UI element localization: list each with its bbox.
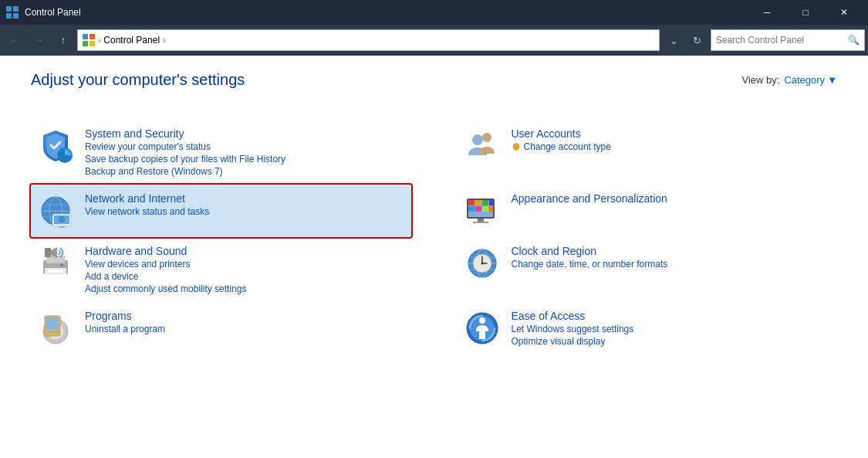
system-security-link-2[interactable]: Save backup copies of your files with Fi… bbox=[85, 154, 285, 165]
programs-text: Programs Uninstall a program bbox=[85, 310, 165, 334]
network-internet-text: Network and Internet View network status… bbox=[85, 192, 209, 217]
svg-rect-6 bbox=[83, 41, 88, 46]
system-security-icon bbox=[37, 127, 74, 165]
svg-rect-4 bbox=[83, 34, 88, 39]
system-security-title[interactable]: System and Security bbox=[85, 127, 285, 140]
svg-point-39 bbox=[60, 263, 63, 266]
hardware-sound-text: Hardware and Sound View devices and prin… bbox=[85, 245, 246, 294]
category-system-security[interactable]: System and Security Review your computer… bbox=[31, 120, 411, 185]
svg-rect-31 bbox=[489, 206, 493, 212]
svg-rect-30 bbox=[482, 206, 488, 212]
app-icon bbox=[6, 6, 19, 19]
svg-rect-29 bbox=[475, 206, 481, 212]
network-internet-link-1[interactable]: View network status and tasks bbox=[85, 206, 209, 217]
user-accounts-icon bbox=[464, 127, 501, 165]
svg-rect-3 bbox=[13, 13, 19, 19]
svg-rect-32 bbox=[468, 212, 493, 217]
forward-button[interactable]: → bbox=[28, 29, 49, 51]
svg-point-9 bbox=[472, 134, 483, 145]
search-input[interactable] bbox=[716, 35, 845, 46]
address-right: ⌄ ↻ bbox=[663, 29, 708, 51]
address-bar: ← → ↑ › Control Panel › ⌄ ↻ 🔍 bbox=[0, 25, 868, 56]
content-header: Adjust your computer's settings View by:… bbox=[31, 71, 837, 104]
svg-rect-5 bbox=[90, 34, 95, 39]
path-label: Control Panel bbox=[103, 35, 160, 46]
clock-region-title[interactable]: Clock and Region bbox=[512, 245, 668, 257]
hardware-sound-link-1[interactable]: View devices and printers bbox=[85, 259, 246, 270]
user-accounts-title[interactable]: User Accounts bbox=[512, 127, 611, 140]
programs-title[interactable]: Programs bbox=[85, 310, 165, 322]
categories-grid: System and Security Review your computer… bbox=[31, 120, 837, 355]
view-by-chevron: ▼ bbox=[827, 74, 837, 86]
cp-path-icon bbox=[83, 34, 95, 46]
account-shield-icon bbox=[512, 142, 521, 151]
category-clock-region[interactable]: Clock and Region Change date, time, or n… bbox=[458, 237, 838, 302]
path-separator-2: › bbox=[163, 36, 165, 45]
svg-rect-56 bbox=[46, 317, 59, 330]
category-hardware-sound[interactable]: Hardware and Sound View devices and prin… bbox=[31, 237, 411, 302]
view-by-dropdown[interactable]: Category ▼ bbox=[784, 74, 837, 86]
back-button[interactable]: ← bbox=[3, 29, 25, 51]
network-internet-icon bbox=[37, 192, 74, 229]
svg-rect-27 bbox=[489, 200, 493, 205]
ease-of-access-text: Ease of Access Let Windows suggest setti… bbox=[512, 310, 634, 347]
svg-rect-2 bbox=[6, 13, 12, 19]
search-icon: 🔍 bbox=[848, 35, 860, 46]
svg-rect-26 bbox=[482, 200, 488, 205]
system-security-link-1[interactable]: Review your computer's status bbox=[85, 141, 285, 152]
address-path[interactable]: › Control Panel › bbox=[77, 29, 660, 51]
ease-of-access-link-1[interactable]: Let Windows suggest settings bbox=[512, 324, 634, 334]
hardware-sound-icon bbox=[37, 245, 74, 282]
page-title: Adjust your computer's settings bbox=[31, 71, 245, 89]
programs-link-1[interactable]: Uninstall a program bbox=[85, 324, 165, 334]
system-security-text: System and Security Review your computer… bbox=[85, 127, 285, 177]
svg-rect-18 bbox=[59, 226, 65, 228]
address-dropdown-button[interactable]: ⌄ bbox=[663, 29, 684, 51]
appearance-title[interactable]: Appearance and Personalization bbox=[512, 192, 667, 205]
svg-rect-33 bbox=[478, 219, 484, 222]
category-programs[interactable]: Programs Uninstall a program bbox=[31, 302, 411, 355]
svg-rect-7 bbox=[90, 41, 95, 46]
view-by-container: View by: Category ▼ bbox=[741, 74, 837, 86]
maximize-button[interactable]: □ bbox=[788, 0, 823, 25]
category-user-accounts[interactable]: User Accounts Change account type bbox=[458, 120, 838, 185]
up-button[interactable]: ↑ bbox=[52, 29, 74, 51]
svg-rect-40 bbox=[45, 248, 51, 257]
appearance-icon bbox=[464, 192, 501, 229]
network-internet-title[interactable]: Network and Internet bbox=[85, 192, 209, 205]
svg-rect-34 bbox=[473, 222, 488, 223]
ease-of-access-link-2[interactable]: Optimize visual display bbox=[512, 336, 634, 347]
clock-region-icon bbox=[464, 245, 501, 282]
close-button[interactable]: ✕ bbox=[826, 0, 862, 25]
view-by-value: Category bbox=[784, 74, 825, 86]
title-bar-controls: ─ □ ✕ bbox=[749, 0, 862, 25]
path-separator: › bbox=[98, 36, 100, 45]
refresh-button[interactable]: ↻ bbox=[686, 29, 708, 51]
ease-of-access-title[interactable]: Ease of Access bbox=[512, 310, 634, 322]
main-content: Adjust your computer's settings View by:… bbox=[0, 56, 868, 458]
view-by-label: View by: bbox=[741, 74, 779, 86]
category-network-internet[interactable]: Network and Internet View network status… bbox=[31, 185, 411, 237]
category-ease-of-access[interactable]: Ease of Access Let Windows suggest setti… bbox=[458, 302, 838, 355]
hardware-sound-link-2[interactable]: Add a device bbox=[85, 271, 246, 282]
category-appearance[interactable]: Appearance and Personalization bbox=[458, 185, 838, 237]
user-accounts-text: User Accounts Change account type bbox=[512, 127, 611, 152]
title-bar: Control Panel ─ □ ✕ bbox=[0, 0, 868, 25]
svg-rect-0 bbox=[6, 6, 12, 12]
appearance-text: Appearance and Personalization bbox=[512, 192, 667, 205]
svg-rect-28 bbox=[468, 206, 475, 212]
search-box[interactable]: 🔍 bbox=[711, 29, 865, 51]
svg-rect-24 bbox=[468, 200, 475, 205]
svg-point-10 bbox=[482, 133, 491, 142]
minimize-button[interactable]: ─ bbox=[749, 0, 785, 25]
ease-of-access-icon bbox=[464, 310, 501, 347]
hardware-sound-title[interactable]: Hardware and Sound bbox=[85, 245, 246, 257]
clock-region-text: Clock and Region Change date, time, or n… bbox=[512, 245, 668, 270]
title-bar-left: Control Panel bbox=[6, 6, 81, 19]
clock-region-link-1[interactable]: Change date, time, or number formats bbox=[512, 259, 668, 270]
svg-rect-38 bbox=[48, 270, 63, 273]
user-accounts-link-1[interactable]: Change account type bbox=[524, 141, 611, 152]
title-bar-title: Control Panel bbox=[25, 7, 81, 18]
hardware-sound-link-3[interactable]: Adjust commonly used mobility settings bbox=[85, 283, 246, 294]
system-security-link-3[interactable]: Backup and Restore (Windows 7) bbox=[85, 166, 285, 177]
